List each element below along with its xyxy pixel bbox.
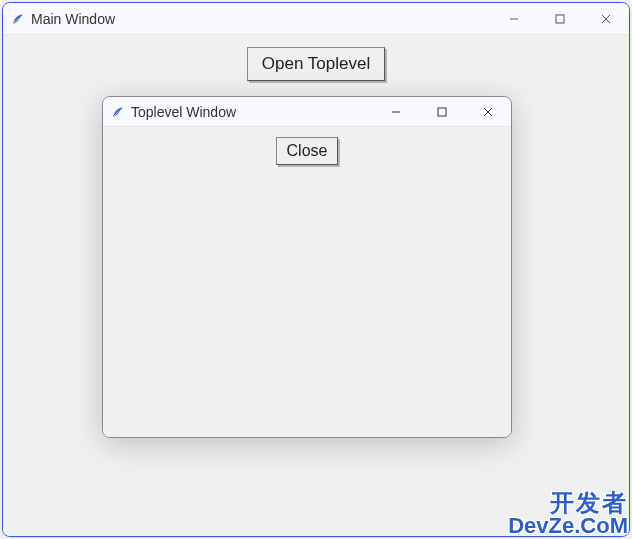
toplevel-maximize-button[interactable] [419,97,465,126]
app-feather-icon [111,105,125,119]
titlebar-left: Main Window [11,11,115,27]
toplevel-window-controls [373,97,511,126]
close-button[interactable] [583,3,629,34]
toplevel-titlebar-left: Toplevel Window [111,104,236,120]
toplevel-window-title: Toplevel Window [131,104,236,120]
toplevel-window-titlebar[interactable]: Toplevel Window [103,97,511,127]
svg-rect-5 [438,108,446,116]
main-window-controls [491,3,629,34]
open-toplevel-button[interactable]: Open Toplevel [247,47,385,81]
close-toplevel-button[interactable]: Close [276,137,339,165]
toplevel-window: Toplevel Window Close [102,96,512,438]
toplevel-minimize-button[interactable] [373,97,419,126]
main-window-title: Main Window [31,11,115,27]
minimize-button[interactable] [491,3,537,34]
svg-rect-1 [556,15,564,23]
maximize-button[interactable] [537,3,583,34]
main-window-titlebar[interactable]: Main Window [3,3,629,35]
app-feather-icon [11,12,25,26]
toplevel-window-client-area: Close [103,127,511,437]
toplevel-close-button[interactable] [465,97,511,126]
